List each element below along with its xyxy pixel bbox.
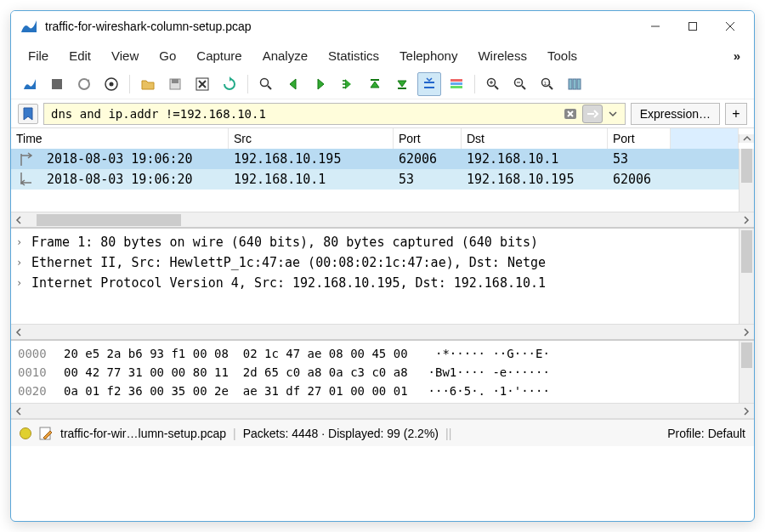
resize-columns-icon[interactable]: [563, 72, 586, 96]
menu-telephony[interactable]: Telephony: [389, 45, 468, 66]
packet-row[interactable]: 2018-08-03 19:06:20 192.168.10.195 62006…: [11, 149, 754, 169]
svg-rect-1: [689, 23, 697, 31]
menu-tools[interactable]: Tools: [537, 45, 587, 66]
bytes-row[interactable]: 00200a 01 f2 36 00 35 00 2e ae 31 df 27 …: [18, 382, 747, 400]
column-header-time[interactable]: Time: [11, 128, 229, 149]
close-button[interactable]: [711, 14, 749, 39]
zoom-out-icon[interactable]: [508, 72, 532, 96]
scroll-up-icon[interactable]: [739, 134, 754, 143]
stop-capture-icon[interactable]: [45, 72, 69, 96]
svg-line-14: [268, 86, 271, 89]
titlebar: traffic-for-wireshark-column-setup.pcap: [11, 11, 754, 42]
menu-view[interactable]: View: [101, 45, 149, 66]
column-header-extra[interactable]: [671, 128, 739, 149]
menu-analyze[interactable]: Analyze: [252, 45, 318, 66]
column-header-sport[interactable]: Port: [394, 128, 462, 149]
scroll-right-icon[interactable]: [739, 404, 754, 419]
expression-button[interactable]: Expression…: [631, 103, 720, 125]
packet-bytes-pane: 000020 e5 2a b6 93 f1 00 08 02 1c 47 ae …: [11, 341, 754, 419]
reload-icon[interactable]: [218, 72, 241, 96]
filter-dropdown-icon[interactable]: [603, 105, 623, 123]
packet-list-hscroll[interactable]: [11, 212, 754, 227]
details-vscroll[interactable]: [739, 229, 754, 324]
details-row[interactable]: ›Internet Protocol Version 4, Src: 192.1…: [11, 273, 754, 293]
menu-capture[interactable]: Capture: [186, 45, 252, 66]
filter-toolbar: dns and ip.addr !=192.168.10.1 Expressio…: [11, 99, 754, 128]
start-capture-icon[interactable]: [18, 72, 42, 96]
add-filter-button[interactable]: +: [725, 103, 747, 125]
menu-statistics[interactable]: Statistics: [318, 45, 389, 66]
display-filter-input[interactable]: dns and ip.addr !=192.168.10.1: [43, 103, 626, 125]
minimize-button[interactable]: [637, 14, 674, 39]
apply-filter-icon[interactable]: [582, 105, 603, 123]
details-row[interactable]: ›Ethernet II, Src: HewlettP_1c:47:ae (00…: [11, 252, 754, 273]
status-profile[interactable]: Profile: Default: [667, 427, 745, 440]
svg-rect-35: [569, 79, 572, 89]
cell-dport: 62006: [608, 172, 671, 187]
toolbar: 1:1: [11, 69, 754, 99]
capture-options-icon[interactable]: [99, 72, 123, 96]
go-first-icon[interactable]: [363, 72, 387, 96]
maximize-button[interactable]: [674, 14, 711, 39]
menu-overflow[interactable]: »: [727, 45, 747, 66]
go-back-icon[interactable]: [281, 72, 305, 96]
expand-icon[interactable]: ›: [16, 236, 31, 248]
filter-text: dns and ip.addr !=192.168.10.1: [51, 107, 560, 121]
cell-src: 192.168.10.1: [229, 172, 394, 187]
scroll-right-icon[interactable]: [739, 212, 754, 228]
menu-wireless[interactable]: Wireless: [468, 45, 537, 66]
scroll-left-icon[interactable]: [11, 325, 26, 340]
open-file-icon[interactable]: [136, 72, 160, 96]
bytes-body[interactable]: 000020 e5 2a b6 93 f1 00 08 02 1c 47 ae …: [11, 341, 754, 403]
find-icon[interactable]: [254, 72, 278, 96]
bytes-row[interactable]: 000020 e5 2a b6 93 f1 00 08 02 1c 47 ae …: [18, 344, 747, 363]
zoom-reset-icon[interactable]: 1:1: [536, 72, 559, 96]
column-header-dst[interactable]: Dst: [462, 128, 608, 149]
edit-note-icon[interactable]: [38, 426, 54, 441]
zoom-in-icon[interactable]: [481, 72, 505, 96]
svg-text:1:1: 1:1: [544, 80, 552, 85]
clear-filter-icon[interactable]: [560, 105, 581, 123]
expand-icon[interactable]: ›: [16, 277, 31, 289]
save-file-icon[interactable]: [163, 72, 187, 96]
bytes-vscroll[interactable]: [739, 341, 754, 403]
expert-info-icon[interactable]: [20, 427, 31, 439]
conversation-marker-icon: [11, 152, 42, 166]
go-to-packet-icon[interactable]: [336, 72, 360, 96]
expand-icon[interactable]: ›: [16, 257, 31, 269]
details-body[interactable]: ›Frame 1: 80 bytes on wire (640 bits), 8…: [11, 229, 754, 324]
svg-line-30: [522, 86, 525, 89]
scroll-left-icon[interactable]: [11, 404, 26, 419]
menu-file[interactable]: File: [18, 45, 59, 66]
bytes-row[interactable]: 001000 42 77 31 00 00 80 11 2d 65 c0 a8 …: [18, 363, 747, 382]
status-packets: Packets: 4448 · Displayed: 99 (2.2%): [243, 427, 439, 440]
go-forward-icon[interactable]: [309, 72, 332, 96]
svg-point-7: [110, 82, 114, 86]
colorize-icon[interactable]: [445, 72, 468, 96]
bookmark-icon[interactable]: [18, 104, 38, 124]
cell-src: 192.168.10.195: [229, 151, 394, 167]
restart-capture-icon[interactable]: [72, 72, 96, 96]
status-file: traffic-for-wir…lumn-setup.pcap: [60, 427, 226, 440]
column-header-src[interactable]: Src: [229, 128, 394, 149]
autoscroll-icon[interactable]: [417, 72, 441, 96]
menu-go[interactable]: Go: [149, 45, 186, 66]
svg-line-26: [495, 86, 498, 89]
details-row[interactable]: ›Frame 1: 80 bytes on wire (640 bits), 8…: [11, 232, 754, 252]
column-header-dport[interactable]: Port: [608, 128, 671, 149]
close-file-icon[interactable]: [190, 72, 214, 96]
scroll-right-icon[interactable]: [739, 325, 754, 340]
cell-dst: 192.168.10.195: [462, 172, 608, 187]
bytes-hscroll[interactable]: [11, 403, 754, 418]
window-controls: [637, 14, 749, 39]
scroll-left-icon[interactable]: [11, 212, 26, 228]
svg-rect-22: [450, 79, 462, 82]
packet-list-pane: Time Src Port Dst Port 2018-08-03 19:06:…: [11, 128, 754, 229]
menu-edit[interactable]: Edit: [59, 45, 101, 66]
details-hscroll[interactable]: [11, 324, 754, 339]
packet-list-vscroll[interactable]: [739, 149, 754, 212]
packet-row[interactable]: 2018-08-03 19:06:20 192.168.10.1 53 192.…: [11, 169, 754, 190]
wireshark-logo-icon: [20, 17, 38, 36]
go-last-icon[interactable]: [390, 72, 414, 96]
packet-list-body[interactable]: 2018-08-03 19:06:20 192.168.10.195 62006…: [11, 149, 754, 212]
